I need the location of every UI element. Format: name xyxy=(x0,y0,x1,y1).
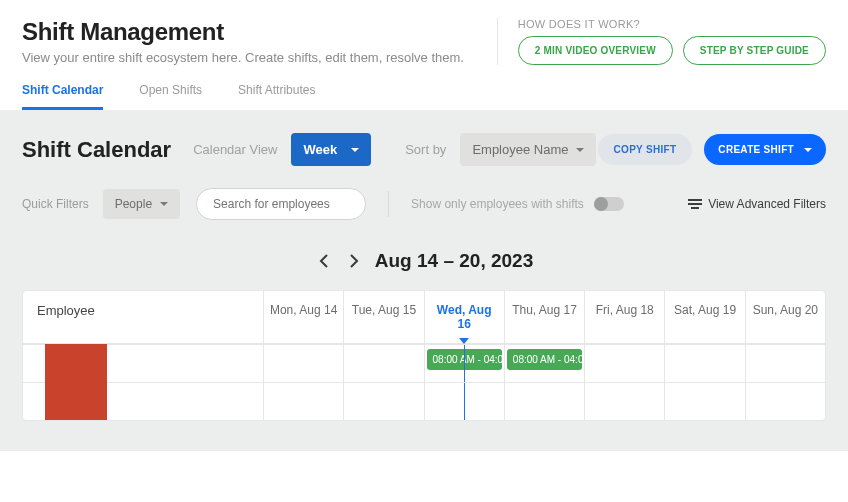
employee-header: Employee xyxy=(23,291,263,343)
tab-shift-calendar[interactable]: Shift Calendar xyxy=(22,83,103,110)
calendar-grid: Employee Mon, Aug 14 Tue, Aug 15 Wed, Au… xyxy=(22,290,826,421)
copy-shift-button[interactable]: COPY SHIFT xyxy=(598,134,693,165)
sort-by-value: Employee Name xyxy=(472,142,568,157)
shift-cell[interactable] xyxy=(263,382,343,420)
step-by-step-button[interactable]: STEP BY STEP GUIDE xyxy=(683,36,826,65)
prev-week-button[interactable] xyxy=(315,250,333,272)
sort-by-select[interactable]: Employee Name xyxy=(460,133,596,166)
day-header-sun[interactable]: Sun, Aug 20 xyxy=(745,291,825,343)
shift-cell[interactable] xyxy=(504,382,584,420)
shift-cell[interactable] xyxy=(343,344,423,382)
search-input[interactable] xyxy=(196,188,366,220)
shift-cell[interactable] xyxy=(343,382,423,420)
day-header-sat[interactable]: Sat, Aug 19 xyxy=(664,291,744,343)
people-filter-button[interactable]: People xyxy=(103,189,180,219)
tab-open-shifts[interactable]: Open Shifts xyxy=(139,83,202,110)
shift-cell[interactable] xyxy=(745,344,825,382)
shift-cell[interactable]: 08:00 AM - 04:00 xyxy=(424,344,504,382)
day-header-wed[interactable]: Wed, Aug 16 xyxy=(424,291,504,343)
filter-icon xyxy=(688,199,702,209)
day-header-fri[interactable]: Fri, Aug 18 xyxy=(584,291,664,343)
chevron-down-icon xyxy=(160,202,168,206)
day-header-thu[interactable]: Thu, Aug 17 xyxy=(504,291,584,343)
page-subtitle: View your entire shift ecosystem here. C… xyxy=(22,50,497,65)
shift-cell[interactable] xyxy=(664,344,744,382)
quick-filters-label: Quick Filters xyxy=(22,197,89,211)
day-header-wed-label: Wed, Aug 16 xyxy=(437,303,492,331)
day-header-mon[interactable]: Mon, Aug 14 xyxy=(263,291,343,343)
table-row: 08:00 AM - 04:00 08:00 AM - 04:00 xyxy=(23,344,825,382)
shift-cell[interactable] xyxy=(424,382,504,420)
next-week-button[interactable] xyxy=(345,250,363,272)
how-it-works-label: HOW DOES IT WORK? xyxy=(518,18,826,36)
shift-cell[interactable] xyxy=(584,382,664,420)
chevron-down-icon xyxy=(804,148,812,152)
show-only-toggle[interactable] xyxy=(594,197,624,211)
shift-cell[interactable] xyxy=(664,382,744,420)
section-title: Shift Calendar xyxy=(22,137,171,163)
calendar-view-label: Calendar View xyxy=(193,142,277,157)
tab-shift-attributes[interactable]: Shift Attributes xyxy=(238,83,315,110)
date-range: Aug 14 – 20, 2023 xyxy=(375,250,533,272)
create-shift-label: CREATE SHIFT xyxy=(718,144,794,155)
calendar-view-select[interactable]: Week xyxy=(291,133,371,166)
shift-cell[interactable]: 08:00 AM - 04:00 xyxy=(504,344,584,382)
chevron-right-icon xyxy=(349,254,359,268)
show-only-label: Show only employees with shifts xyxy=(411,197,584,211)
video-overview-button[interactable]: 2 MIN VIDEO OVERVIEW xyxy=(518,36,673,65)
sort-by-label: Sort by xyxy=(405,142,446,157)
current-time-line xyxy=(464,383,465,420)
avatar[interactable] xyxy=(45,344,107,420)
day-header-tue[interactable]: Tue, Aug 15 xyxy=(343,291,423,343)
advanced-filters-button[interactable]: View Advanced Filters xyxy=(688,197,826,211)
shift-cell[interactable] xyxy=(745,382,825,420)
shift-chip[interactable]: 08:00 AM - 04:00 xyxy=(507,349,582,370)
create-shift-button[interactable]: CREATE SHIFT xyxy=(704,134,826,165)
chevron-left-icon xyxy=(319,254,329,268)
current-time-line xyxy=(464,345,465,382)
table-row xyxy=(23,382,825,420)
divider xyxy=(388,191,389,217)
chevron-down-icon xyxy=(351,148,359,152)
shift-cell[interactable] xyxy=(584,344,664,382)
shift-cell[interactable] xyxy=(263,344,343,382)
calendar-view-value: Week xyxy=(303,142,337,157)
people-filter-label: People xyxy=(115,197,152,211)
page-title: Shift Management xyxy=(22,18,497,46)
chevron-down-icon xyxy=(576,148,584,152)
advanced-filters-label: View Advanced Filters xyxy=(708,197,826,211)
